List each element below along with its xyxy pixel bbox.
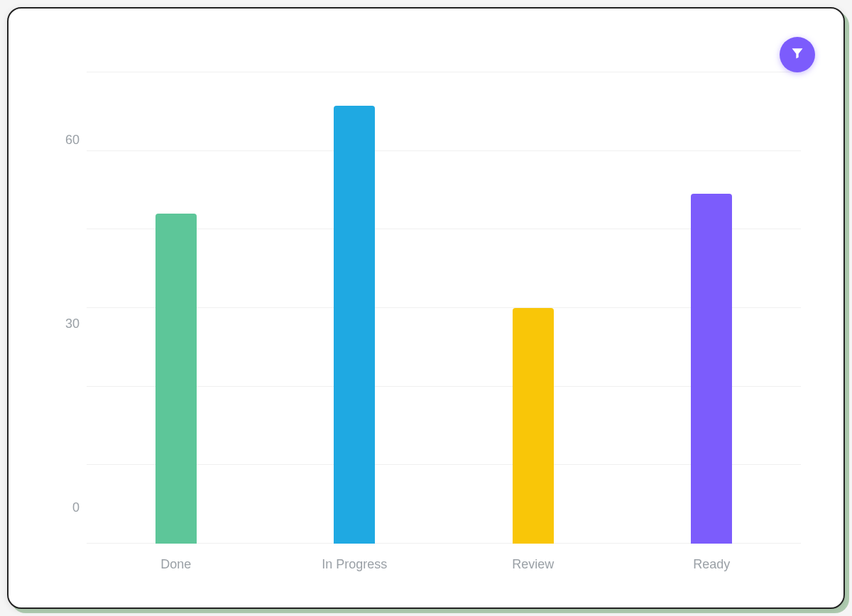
bar-group <box>266 72 444 544</box>
chart-card: 03060 DoneIn ProgressReviewReady <box>7 7 845 609</box>
x-tick-label: Done <box>87 557 266 572</box>
y-axis: 03060 <box>51 94 80 522</box>
filter-button[interactable] <box>780 37 815 72</box>
bar[interactable] <box>513 308 554 544</box>
x-tick-label: In Progress <box>266 557 444 572</box>
y-tick-label: 60 <box>51 133 80 148</box>
bars <box>87 72 801 544</box>
bar[interactable] <box>334 106 375 544</box>
bar[interactable] <box>691 194 732 544</box>
bar[interactable] <box>155 214 197 544</box>
y-tick-label: 0 <box>51 500 80 515</box>
bar-chart: 03060 DoneIn ProgressReviewReady <box>37 30 815 586</box>
bar-group <box>444 72 623 544</box>
plot-area <box>87 72 801 544</box>
x-tick-label: Review <box>444 557 623 572</box>
y-tick-label: 30 <box>51 317 80 331</box>
bar-group <box>87 72 266 544</box>
x-axis: DoneIn ProgressReviewReady <box>87 557 801 572</box>
x-tick-label: Ready <box>623 557 802 572</box>
funnel-icon <box>790 46 804 63</box>
bar-group <box>623 72 802 544</box>
